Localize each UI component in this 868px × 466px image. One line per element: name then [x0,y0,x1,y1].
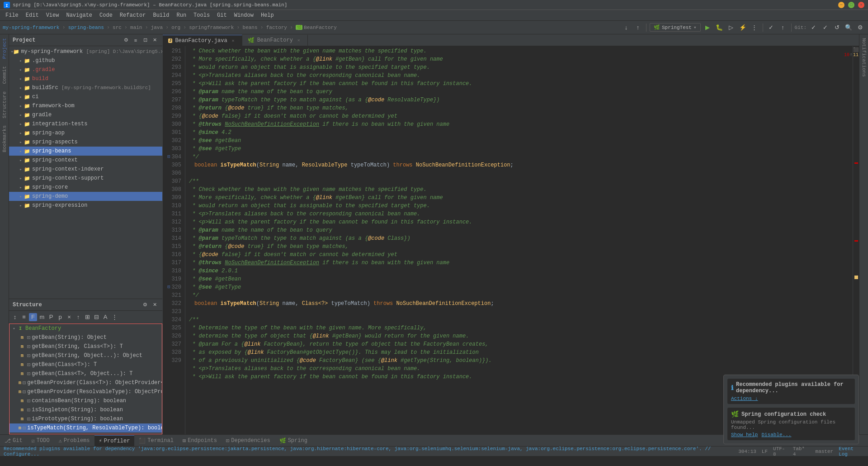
vcs-update-button[interactable]: ↓ [621,23,631,33]
notifications-tab-vertical[interactable]: Notifications [860,34,868,81]
menu-view[interactable]: View [42,11,63,19]
show-methods-btn[interactable]: m [38,313,46,321]
tree-ci[interactable]: ▸ 📁 ci [9,92,162,101]
tab-close-beanfactory[interactable]: ✕ [230,38,236,44]
tree-spring-beans[interactable]: ▸ 📁 spring-beans [9,147,162,156]
filter-protected-btn[interactable]: p [56,313,64,321]
tree-buildsrc[interactable]: ▸ 📁 buildSrc [my-spring-framework.buildS… [9,83,162,92]
tree-build[interactable]: ▸ 📁 build [9,74,162,83]
tree-spring-aspects[interactable]: ▸ 📁 spring-aspects [9,138,162,147]
tree-gradle-folder[interactable]: ▸ 📁 gradle [9,110,162,119]
filter-private-btn[interactable]: × [65,313,73,321]
more-structure-btn[interactable]: ⋮ [110,313,118,321]
git-action2[interactable]: ✓ [820,23,830,33]
show-fields-btn[interactable]: F [29,313,37,321]
disable-link[interactable]: Disable... [761,432,791,437]
tab-profiler[interactable]: ⚡ Profiler [94,435,135,446]
struct-getbean4[interactable]: m ⊡ getBean(Class<T>): T [9,360,162,369]
tree-spring-core[interactable]: ▸ 📁 spring-core [9,183,162,192]
maximize-button[interactable]: □ [848,2,854,8]
tree-spring-expression[interactable]: ▸ 📁 spring-expression [9,201,162,210]
structure-tab-vertical[interactable]: Structure [0,88,9,122]
struct-istypematch2[interactable]: m ⊡ isTypeMatch(String, Class<?>): boole… [9,433,162,434]
struct-getbean1[interactable]: m ⊡ getBean(String): Object [9,333,162,342]
plugins-actions-link[interactable]: Actions ↓ [731,396,758,401]
springframework-link[interactable]: springframework [189,25,234,30]
tree-github[interactable]: ▸ 📁 .github [9,56,162,65]
menu-build[interactable]: Build [149,11,173,19]
beans-link[interactable]: beans [243,25,258,30]
menu-navigate[interactable]: Navigate [62,11,96,19]
tab-terminal[interactable]: ⬛ Terminal [134,435,178,446]
tab-git[interactable]: ⎇ Git [0,435,27,446]
struct-containsbean[interactable]: m ⊡ containsBean(String): boolean [9,396,162,405]
tree-gradle[interactable]: ▸ 📁 .gradle [9,65,162,74]
menu-edit[interactable]: Edit [22,11,42,19]
menu-git[interactable]: Git [213,11,231,19]
minimize-button[interactable]: ─ [838,2,844,8]
java-link[interactable]: java [151,25,163,30]
git-action1[interactable]: ✓ [808,23,818,33]
project-close-btn[interactable]: ✕ [151,36,159,44]
event-log-btn[interactable]: Event Log [839,446,864,457]
tree-spring-context-support[interactable]: ▸ 📁 spring-context-support [9,174,162,183]
filter-public-btn[interactable]: P [47,313,55,321]
show-help-link[interactable]: Show help [731,432,758,437]
tab-todo[interactable]: ☑ TODO [27,435,54,446]
menu-tools[interactable]: Tools [190,11,213,19]
tree-integration-tests[interactable]: ▸ 📁 integration-tests [9,119,162,128]
run-with-coverage-button[interactable]: ▷ [726,23,736,33]
main-link[interactable]: main [130,25,142,30]
project-tab-vertical[interactable]: Project [0,34,9,62]
tree-root[interactable]: ▾ 📁 my-spring-framework [spring] D:\Java… [9,47,162,56]
menu-refactor[interactable]: Refactor [116,11,150,19]
commit-tab-vertical[interactable]: Commit [0,62,9,88]
commit-button[interactable]: ✓ [766,23,776,33]
run-config-selector[interactable]: 🌿 SpringTest ▾ [650,23,701,32]
push-button[interactable]: ↑ [778,23,788,33]
project-name-link[interactable]: my-spring-framework [3,25,59,30]
tree-spring-context[interactable]: ▸ 📁 spring-context [9,156,162,165]
menu-file[interactable]: File [2,11,22,19]
git-action3[interactable]: ↺ [832,23,842,33]
debug-button[interactable]: 🐛 [714,23,724,33]
src-link[interactable]: src [113,25,122,30]
bookmarks-tab-vertical[interactable]: Bookmarks [0,122,9,156]
expand-all-btn[interactable]: ⊞ [83,313,91,321]
tab-close-spring[interactable]: ✕ [296,37,302,43]
tab-problems[interactable]: ⚠ Problems [54,435,94,446]
tree-framework-bom[interactable]: ▸ 📁 framework-bom [9,101,162,110]
alphabetical-btn[interactable]: A [101,313,109,321]
sort-visibility-btn[interactable]: ≡ [20,313,28,321]
menu-code[interactable]: Code [96,11,116,19]
factory-link[interactable]: factory [266,25,287,30]
search-everywhere-button[interactable]: 🔍 [844,23,854,33]
struct-beanfactory-class[interactable]: ▾ I BeanFactory [9,324,162,333]
close-button[interactable]: ✕ [858,2,864,8]
tree-spring-aop[interactable]: ▸ 📁 spring-aop [9,128,162,138]
spring-beans-link[interactable]: spring-beans [68,25,104,30]
project-settings-btn[interactable]: ⚙ [122,36,130,44]
struct-isprototype[interactable]: m ⊡ isPrototype(String): boolean [9,414,162,423]
menu-run[interactable]: Run [173,11,190,19]
struct-getbean2[interactable]: m ⊡ getBean(String, Class<T>): T [9,342,162,351]
tab-spring[interactable]: 🌿 Spring [275,435,312,446]
tab-dependencies[interactable]: ⊡ Dependencies [222,435,275,446]
profile-button[interactable]: ⚡ [738,23,748,33]
struct-issingleton[interactable]: m ⊡ isSingleton(String): boolean [9,405,162,414]
project-collapse-btn[interactable]: ≡ [132,36,140,44]
tab-beanfactory-spring[interactable]: 🌿 BeanFactory ✕ [242,35,308,46]
show-inherited-btn[interactable]: ↑ [74,313,82,321]
settings-button[interactable]: ⚙ [855,23,865,33]
tab-beanfactory-java[interactable]: J BeanFactory.java ✕ [163,35,242,46]
org-link[interactable]: org [171,25,180,30]
struct-getbean3[interactable]: m ⊡ getBean(String, Object...): Object [9,351,162,360]
run-button[interactable]: ▶ [703,23,712,33]
struct-getbeanprovider2[interactable]: m ⊡ getBeanProvider(ResolvableType): Obj… [9,387,162,396]
menu-help[interactable]: Help [257,11,278,19]
structure-close-btn[interactable]: ✕ [151,301,159,309]
sort-alpha-btn[interactable]: ↕ [11,313,19,321]
struct-istypematch1[interactable]: m ⊡ isTypeMatch(String, ResolvableType):… [9,423,162,433]
project-filter-btn[interactable]: ⊡ [141,36,149,44]
struct-getbeanprovider1[interactable]: m ⊡ getBeanProvider(Class<T>): ObjectPro… [9,378,162,387]
